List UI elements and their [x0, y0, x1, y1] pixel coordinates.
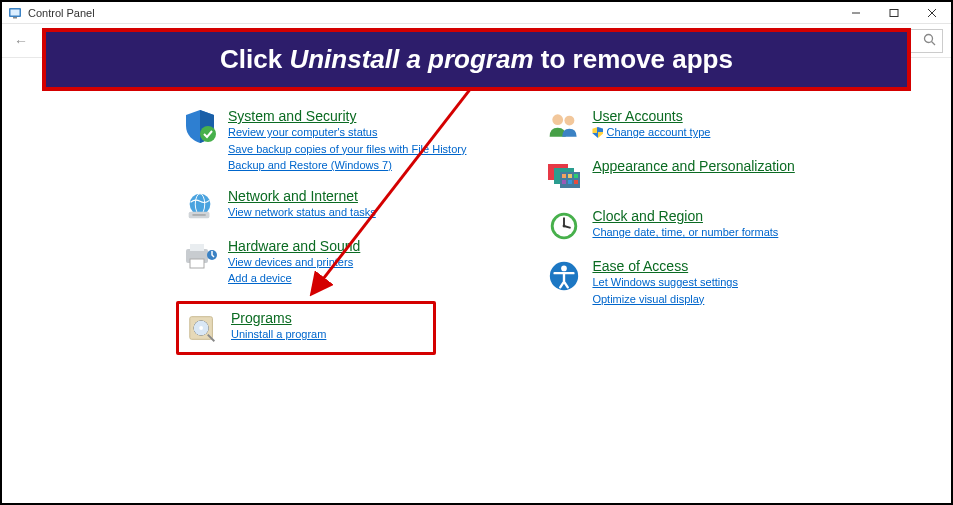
link-file-history[interactable]: Save backup copies of your files with Fi…	[228, 141, 466, 158]
category-network-internet: Network and Internet View network status…	[182, 188, 466, 224]
callout-emphasis: Uninstall a program	[289, 44, 533, 74]
svg-rect-18	[190, 244, 204, 251]
left-column: System and Security Review your computer…	[182, 108, 466, 355]
svg-point-13	[190, 193, 211, 214]
appearance-icon	[546, 158, 582, 194]
window-title: Control Panel	[28, 7, 95, 19]
shield-icon	[182, 108, 218, 144]
ease-of-access-title[interactable]: Ease of Access	[592, 258, 738, 274]
svg-point-40	[563, 225, 566, 228]
clock-region-title[interactable]: Clock and Region	[592, 208, 778, 224]
svg-point-26	[565, 116, 575, 126]
titlebar: Control Panel	[2, 2, 951, 24]
category-hardware-sound: Hardware and Sound View devices and prin…	[182, 238, 466, 287]
link-optimize-display[interactable]: Optimize visual display	[592, 291, 738, 308]
svg-point-24	[199, 326, 203, 330]
programs-icon	[185, 310, 221, 346]
link-change-date-time[interactable]: Change date, time, or number formats	[592, 224, 778, 241]
search-icon	[923, 33, 936, 49]
svg-rect-19	[190, 259, 204, 268]
appearance-title[interactable]: Appearance and Personalization	[592, 158, 794, 174]
svg-rect-33	[562, 180, 566, 184]
link-suggest-settings[interactable]: Let Windows suggest settings	[592, 274, 738, 291]
link-review-status[interactable]: Review your computer's status	[228, 124, 466, 141]
svg-point-10	[925, 34, 933, 42]
link-devices-printers[interactable]: View devices and printers	[228, 254, 360, 271]
system-security-title[interactable]: System and Security	[228, 108, 466, 124]
callout-prefix: Click	[220, 44, 289, 74]
globe-icon	[182, 188, 218, 224]
network-internet-title[interactable]: Network and Internet	[228, 188, 376, 204]
link-network-status[interactable]: View network status and tasks	[228, 204, 376, 221]
svg-line-11	[932, 41, 936, 45]
window-frame: Click Uninstall a program to remove apps…	[0, 0, 953, 505]
printer-icon	[182, 238, 218, 274]
ease-of-access-icon	[546, 258, 582, 294]
link-add-device[interactable]: Add a device	[228, 270, 360, 287]
svg-point-12	[200, 126, 216, 142]
instruction-callout: Click Uninstall a program to remove apps	[42, 28, 911, 91]
right-column: User Accounts Change account type	[546, 108, 794, 355]
category-ease-of-access: Ease of Access Let Windows suggest setti…	[546, 258, 794, 307]
users-icon	[546, 108, 582, 144]
category-appearance: Appearance and Personalization	[546, 158, 794, 194]
svg-rect-34	[568, 180, 572, 184]
user-accounts-title[interactable]: User Accounts	[592, 108, 710, 124]
control-panel-icon	[8, 6, 22, 20]
category-programs: Programs Uninstall a program	[176, 301, 436, 355]
svg-rect-32	[574, 174, 578, 178]
link-backup-restore[interactable]: Backup and Restore (Windows 7)	[228, 157, 466, 174]
programs-title[interactable]: Programs	[231, 310, 326, 326]
hardware-sound-title[interactable]: Hardware and Sound	[228, 238, 360, 254]
category-clock-region: Clock and Region Change date, time, or n…	[546, 208, 794, 244]
close-button[interactable]	[913, 2, 951, 24]
svg-rect-31	[568, 174, 572, 178]
svg-point-42	[562, 266, 568, 272]
svg-point-25	[553, 114, 564, 125]
svg-rect-35	[574, 180, 578, 184]
svg-rect-5	[890, 10, 898, 17]
category-system-security: System and Security Review your computer…	[182, 108, 466, 174]
window-controls	[837, 2, 951, 24]
link-uninstall-program[interactable]: Uninstall a program	[231, 326, 326, 343]
content-area: Adjust your computer's settings View by:…	[2, 58, 951, 365]
back-button[interactable]: ←	[10, 30, 32, 52]
svg-rect-30	[562, 174, 566, 178]
category-user-accounts: User Accounts Change account type	[546, 108, 794, 144]
svg-rect-2	[11, 9, 20, 15]
clock-icon	[546, 208, 582, 244]
svg-rect-3	[13, 17, 17, 19]
maximize-button[interactable]	[875, 2, 913, 24]
callout-suffix: to remove apps	[534, 44, 733, 74]
link-change-account-type[interactable]: Change account type	[592, 124, 710, 141]
minimize-button[interactable]	[837, 2, 875, 24]
